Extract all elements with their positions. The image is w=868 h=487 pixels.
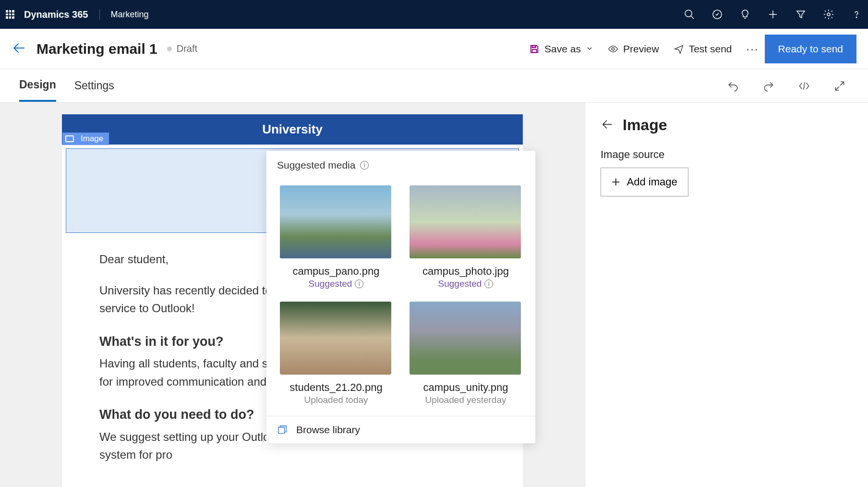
media-grid: campus_pano.png Suggestedi campus_photo.…	[266, 175, 535, 416]
info-icon[interactable]: i	[360, 161, 369, 170]
media-item-3[interactable]: students_21.20.png Uploaded today	[280, 302, 392, 405]
browse-library-label: Browse library	[296, 424, 360, 436]
more-actions-button[interactable]: ···	[747, 42, 759, 56]
test-send-label: Test send	[689, 43, 732, 55]
svg-rect-10	[532, 49, 536, 52]
app-launcher-icon[interactable]	[6, 10, 14, 19]
tab-settings[interactable]: Settings	[74, 71, 114, 101]
media-meta: Uploaded yesterday	[410, 395, 522, 405]
svg-line-13	[840, 82, 844, 85]
status-dot	[167, 47, 172, 51]
undo-icon[interactable]	[727, 80, 739, 92]
suggested-media-panel: Suggested media i campus_pano.png Sugges…	[266, 151, 535, 443]
save-as-label: Save as	[544, 43, 581, 55]
preview-button[interactable]: Preview	[608, 43, 659, 55]
back-button[interactable]	[12, 40, 27, 58]
properties-panel: Image Image source + Add image	[585, 103, 868, 487]
media-filename: campus_photo.jpg	[410, 265, 522, 278]
media-meta: Suggestedi	[280, 279, 392, 289]
media-item-2[interactable]: campus_photo.jpg Suggestedi	[410, 185, 522, 289]
workspace: University Image Dear student, Universit…	[0, 103, 868, 487]
redo-icon[interactable]	[762, 80, 775, 92]
media-panel-header: Suggested media i	[266, 151, 535, 175]
svg-point-6	[827, 13, 830, 16]
expand-icon[interactable]	[833, 80, 846, 92]
svg-point-7	[856, 17, 857, 18]
svg-point-0	[685, 10, 692, 17]
canvas-area: University Image Dear student, Universit…	[0, 103, 585, 487]
svg-rect-17	[278, 427, 285, 434]
image-element-icon	[65, 135, 74, 142]
brand-separator	[99, 9, 100, 20]
lightbulb-icon[interactable]	[739, 9, 751, 20]
panel-title: Image	[623, 116, 667, 134]
svg-line-1	[691, 16, 694, 19]
ready-to-send-button[interactable]: Ready to send	[765, 35, 856, 63]
tab-design[interactable]: Design	[19, 70, 56, 102]
media-item-4[interactable]: campus_unity.png Uploaded yesterday	[410, 302, 522, 405]
image-source-label: Image source	[601, 148, 868, 161]
search-icon[interactable]	[684, 9, 695, 20]
add-image-button[interactable]: + Add image	[601, 168, 688, 196]
brand-name[interactable]: Dynamics 365	[24, 9, 97, 20]
code-icon[interactable]	[798, 80, 810, 92]
svg-point-11	[612, 48, 615, 50]
browse-library-button[interactable]: Browse library	[266, 416, 535, 443]
gear-icon[interactable]	[823, 9, 834, 20]
media-filename: campus_unity.png	[410, 381, 522, 394]
add-image-label: Add image	[627, 176, 677, 188]
chevron-down-icon[interactable]	[586, 43, 593, 55]
svg-line-12	[804, 82, 805, 89]
module-name[interactable]: Marketing	[102, 10, 148, 20]
media-header-label: Suggested media	[277, 159, 355, 171]
test-send-button[interactable]: Test send	[674, 43, 732, 55]
tab-bar: Design Settings	[0, 69, 868, 103]
info-icon[interactable]: i	[484, 280, 493, 288]
panel-back-button[interactable]	[601, 118, 614, 133]
media-thumbnail	[410, 185, 521, 258]
library-icon	[277, 425, 288, 435]
element-tag-label: Image	[81, 134, 103, 144]
email-header[interactable]: University	[62, 114, 523, 145]
add-icon[interactable]	[767, 9, 779, 20]
svg-rect-9	[532, 45, 535, 48]
command-bar: Marketing email 1 Draft Save as Preview …	[0, 29, 868, 69]
element-selection-tag[interactable]: Image	[62, 133, 109, 145]
media-filename: campus_pano.png	[280, 265, 392, 278]
global-nav: Dynamics 365 Marketing	[0, 0, 868, 29]
media-meta: Suggestedi	[410, 279, 522, 289]
media-thumbnail	[280, 302, 391, 375]
plus-icon: +	[612, 175, 620, 189]
target-icon[interactable]	[711, 9, 723, 20]
save-as-button[interactable]: Save as	[529, 43, 593, 55]
info-icon[interactable]: i	[355, 280, 363, 288]
media-thumbnail	[410, 302, 521, 375]
filter-icon[interactable]	[795, 9, 807, 20]
media-meta: Uploaded today	[280, 395, 392, 405]
help-icon[interactable]	[851, 9, 862, 20]
status-badge: Draft	[177, 43, 197, 54]
media-thumbnail	[280, 185, 391, 258]
svg-line-14	[835, 86, 839, 90]
media-filename: students_21.20.png	[280, 381, 392, 394]
preview-label: Preview	[623, 43, 659, 55]
media-item-1[interactable]: campus_pano.png Suggestedi	[280, 185, 392, 289]
page-title: Marketing email 1	[36, 41, 157, 57]
